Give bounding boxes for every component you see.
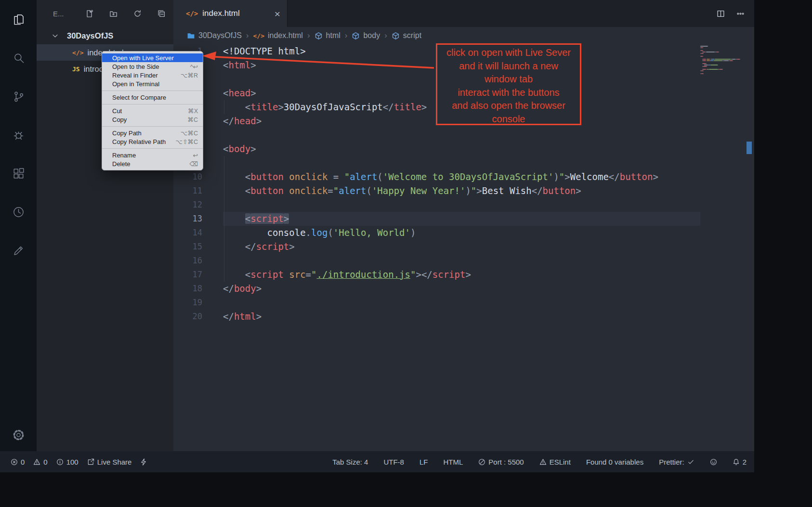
line-text: <script src="./introduction.js"></script… xyxy=(202,268,471,282)
zap-icon xyxy=(140,458,147,466)
line-text xyxy=(202,156,223,170)
status-text: 0 xyxy=(21,458,25,466)
status-eol[interactable]: LF xyxy=(419,458,428,466)
html-file-icon: </> xyxy=(72,49,83,56)
line-number: 11 xyxy=(173,184,202,198)
minimap[interactable] xyxy=(700,46,745,75)
run-debug-icon xyxy=(12,129,25,142)
status-tab-size[interactable]: Tab Size: 4 xyxy=(332,458,368,466)
line-text xyxy=(202,296,223,310)
new-folder-icon[interactable] xyxy=(109,10,118,18)
breadcrumb-script[interactable]: script xyxy=(392,31,421,40)
status-zap[interactable] xyxy=(140,458,147,466)
status-port[interactable]: Port : 5500 xyxy=(478,458,524,466)
code-line-14[interactable]: 14 console.log('Hello, World') xyxy=(173,226,754,240)
annotation-text-line: console xyxy=(437,113,580,126)
activity-settings[interactable] xyxy=(0,421,37,448)
code-line-20[interactable]: 20</html> xyxy=(173,310,754,324)
extensions-icon xyxy=(12,167,25,180)
code-line-10[interactable]: 10 <button onclick = "alert('Welcome to … xyxy=(173,170,754,184)
status-info[interactable]: 100 xyxy=(56,458,79,466)
annotation-text-line: and also open the browser xyxy=(437,99,580,113)
menu-item-cut[interactable]: Cut⌘X xyxy=(102,106,203,115)
status-notifications[interactable]: 2 xyxy=(733,458,747,466)
status-text: HTML xyxy=(443,458,463,466)
menu-item-open-to-the-side[interactable]: Open to the Side^↩ xyxy=(102,62,203,71)
line-text: <html> xyxy=(202,58,256,72)
menu-item-copy-path[interactable]: Copy Path⌥⌘C xyxy=(102,129,203,137)
status-live-share[interactable]: Live Share xyxy=(87,458,132,466)
menu-item-delete[interactable]: Delete⌫ xyxy=(102,159,203,168)
status-encoding[interactable]: UTF-8 xyxy=(383,458,404,466)
explorer-header: E... xyxy=(37,0,173,27)
line-text: <head> xyxy=(202,86,256,100)
error-circle-icon xyxy=(11,458,18,466)
new-file-icon[interactable] xyxy=(85,10,93,18)
folder-row-30daysofjs[interactable]: 30DaysOfJS xyxy=(37,27,173,44)
activity-source-control[interactable] xyxy=(0,77,37,116)
activity-run-debug[interactable] xyxy=(0,116,37,154)
line-text: <button onclick = "alert('Welcome to 30D… xyxy=(202,170,658,184)
menu-item-open-with-live-server[interactable]: Open with Live Server xyxy=(102,53,203,62)
code-line-7[interactable]: 7 xyxy=(173,128,754,142)
breadcrumb-html[interactable]: html xyxy=(314,31,341,40)
line-number: 20 xyxy=(173,310,202,324)
code-line-19[interactable]: 19 xyxy=(173,296,754,310)
status-feedback-smiley[interactable] xyxy=(710,458,717,466)
line-text: </head> xyxy=(202,114,262,128)
line-number: 18 xyxy=(173,282,202,296)
menu-item-copy[interactable]: Copy⌘C xyxy=(102,115,203,124)
menu-item-rename[interactable]: Rename↩ xyxy=(102,151,203,159)
activity-search[interactable] xyxy=(0,39,37,77)
html-file-icon: </> xyxy=(186,10,198,17)
activity-timeline[interactable] xyxy=(0,193,37,231)
code-line-11[interactable]: 11 <button onclick="alert('Happy New Yea… xyxy=(173,184,754,198)
code-line-16[interactable]: 16 xyxy=(173,254,754,268)
status-bar-left: 00100Live Share xyxy=(11,458,147,466)
chevron-down-icon xyxy=(51,32,59,40)
breadcrumb-30daysofjs[interactable]: 30DaysOfJS xyxy=(187,31,242,40)
activity-extensions[interactable] xyxy=(0,154,37,193)
status-eslint[interactable]: ESLint xyxy=(539,458,571,466)
feedback-icon xyxy=(12,244,25,257)
close-tab-icon[interactable]: × xyxy=(275,9,280,19)
menu-item-select-for-compare[interactable]: Select for Compare xyxy=(102,93,203,102)
js-file-icon: JS xyxy=(72,65,80,73)
code-line-15[interactable]: 15 </script> xyxy=(173,240,754,254)
status-prettier[interactable]: Prettier: xyxy=(659,458,694,466)
menu-item-shortcut: ↩ xyxy=(193,152,198,159)
menu-item-shortcut: ⌘C xyxy=(187,116,198,123)
menu-item-reveal-in-finder[interactable]: Reveal in Finder⌥⌘R xyxy=(102,71,203,79)
menu-item-copy-relative-path[interactable]: Copy Relative Path⌥⇧⌘C xyxy=(102,137,203,146)
info-circle-icon xyxy=(56,458,64,466)
menu-item-open-in-terminal[interactable]: Open in Terminal xyxy=(102,79,203,88)
code-line-9[interactable]: 9 xyxy=(173,156,754,170)
collapse-all-icon[interactable] xyxy=(157,10,166,18)
status-language-mode[interactable]: HTML xyxy=(443,458,463,466)
line-text: console.log('Hello, World') xyxy=(202,226,416,240)
tab-title: index.html xyxy=(202,9,239,18)
status-warnings[interactable]: 0 xyxy=(33,458,47,466)
breadcrumb-separator: › xyxy=(384,31,387,40)
split-editor-icon[interactable] xyxy=(717,10,725,18)
code-line-17[interactable]: 17 <script src="./introduction.js"></scr… xyxy=(173,268,754,282)
refresh-icon[interactable] xyxy=(133,10,142,18)
code-line-12[interactable]: 12 xyxy=(173,198,754,212)
status-variables[interactable]: Found 0 variables xyxy=(586,458,643,466)
code-line-13[interactable]: 13 <script> xyxy=(173,212,754,226)
code-line-8[interactable]: 8<body> xyxy=(173,142,754,156)
breadcrumb-index-html[interactable]: </>index.html xyxy=(253,31,302,40)
settings-icon xyxy=(12,429,25,442)
folder-name: 30DaysOfJS xyxy=(67,31,113,40)
code-line-18[interactable]: 18</body> xyxy=(173,282,754,296)
tab-index-html[interactable]: </> index.html × xyxy=(173,0,288,27)
status-errors[interactable]: 0 xyxy=(11,458,25,466)
activity-explorer[interactable] xyxy=(0,0,37,39)
menu-item-label: Copy Path xyxy=(112,130,142,137)
annotation-text-line: window tab xyxy=(437,73,580,86)
breadcrumb-body[interactable]: body xyxy=(352,31,380,40)
more-actions-icon[interactable] xyxy=(736,10,745,18)
activity-bar xyxy=(0,0,37,451)
explorer-icon xyxy=(12,13,25,26)
activity-feedback[interactable] xyxy=(0,231,37,270)
